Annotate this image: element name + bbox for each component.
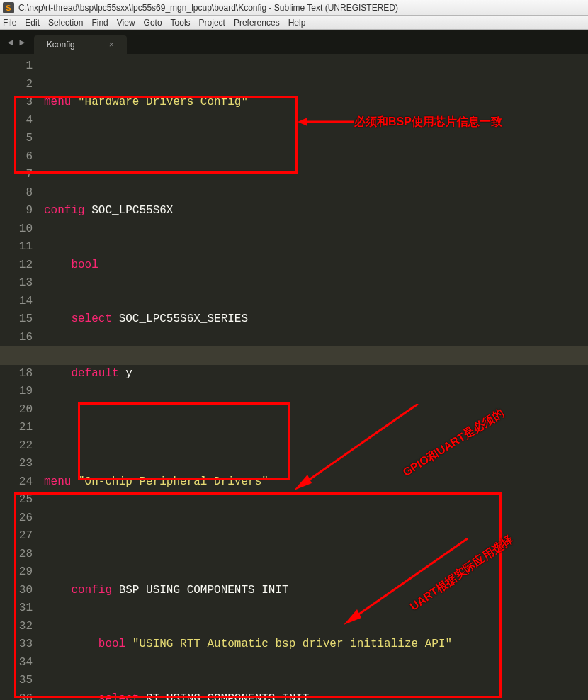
menu-selection[interactable]: Selection xyxy=(48,18,83,28)
line-number: 5 xyxy=(0,130,33,148)
annotation-arrow-2 xyxy=(290,404,425,496)
menu-goto[interactable]: Goto xyxy=(144,18,162,28)
line-number: 18 xyxy=(0,365,33,383)
line-number: 26 xyxy=(0,509,33,528)
code-line: select RT_USING_COMPONENTS_INIT xyxy=(44,690,588,701)
app-icon: S xyxy=(3,2,14,13)
line-number: 25 xyxy=(0,491,33,509)
menu-project[interactable]: Project xyxy=(199,18,225,28)
tab-kconfig[interactable]: Kconfig × xyxy=(34,35,127,54)
close-icon[interactable]: × xyxy=(109,40,114,50)
svg-marker-1 xyxy=(298,118,307,126)
line-number: 33 xyxy=(0,636,33,654)
line-number: 4 xyxy=(0,112,33,130)
tab-label: Kconfig xyxy=(47,40,75,50)
line-number: 15 xyxy=(0,310,33,329)
code-line: menu "Hardware Drivers Config" xyxy=(44,94,588,112)
line-number: 22 xyxy=(0,437,33,456)
nav-back-icon[interactable]: ◄ xyxy=(6,37,15,47)
line-number: 27 xyxy=(0,527,33,546)
code-line: config SOC_LPC55S6X xyxy=(44,202,588,220)
line-number: 10 xyxy=(0,220,33,239)
menubar: File Edit Selection Find View Goto Tools… xyxy=(0,16,588,30)
menu-find[interactable]: Find xyxy=(91,18,108,28)
line-number: 31 xyxy=(0,599,33,618)
menu-file[interactable]: File xyxy=(3,18,16,28)
line-number: 34 xyxy=(0,654,33,672)
line-number: 11 xyxy=(0,238,33,256)
svg-marker-5 xyxy=(344,609,361,625)
editor[interactable]: 1 2 3 4 5 6 7 8 9 10 11 12 13 14 15 16 1… xyxy=(0,54,588,700)
line-number: 9 xyxy=(0,202,33,220)
svg-line-2 xyxy=(301,404,418,485)
line-gutter: 1 2 3 4 5 6 7 8 9 10 11 12 13 14 15 16 1… xyxy=(0,54,44,700)
line-number: 7 xyxy=(0,166,33,184)
menu-tools[interactable]: Tools xyxy=(171,18,191,28)
line-number: 21 xyxy=(0,419,33,437)
svg-marker-3 xyxy=(294,475,312,490)
line-number: 28 xyxy=(0,546,33,564)
line-number: 32 xyxy=(0,618,33,636)
line-number: 8 xyxy=(0,184,33,203)
line-number: 13 xyxy=(0,274,33,293)
code-line: default y xyxy=(44,365,588,383)
line-number: 23 xyxy=(0,455,33,473)
window-title: C:\nxp\rt-thread\bsp\lpc55sxx\lpc55s69_m… xyxy=(18,3,398,13)
menu-preferences[interactable]: Preferences xyxy=(234,18,280,28)
tabbar: ◄ ► Kconfig × xyxy=(0,30,588,54)
line-number: 24 xyxy=(0,473,33,492)
line-number: 2 xyxy=(0,76,33,94)
annotation-arrow-1 xyxy=(298,113,354,135)
menu-help[interactable]: Help xyxy=(288,18,306,28)
code-line: bool xyxy=(44,256,588,275)
line-number: 19 xyxy=(0,383,33,401)
line-number: 35 xyxy=(0,672,33,690)
code-line: select SOC_LPC55S6X_SERIES xyxy=(44,310,588,329)
line-number: 36 xyxy=(0,690,33,701)
line-number: 29 xyxy=(0,563,33,582)
line-number: 12 xyxy=(0,256,33,275)
code-line: bool "USING RTT Automatic bsp driver ini… xyxy=(44,636,588,654)
line-number: 20 xyxy=(0,401,33,419)
menu-view[interactable]: View xyxy=(117,18,135,28)
line-number: 16 xyxy=(0,329,33,347)
line-number: 3 xyxy=(0,94,33,112)
annotation-text-1: 必须和BSP使用芯片信息一致 xyxy=(354,115,502,130)
nav-forward-icon[interactable]: ► xyxy=(18,37,27,47)
line-number: 14 xyxy=(0,293,33,311)
code-line xyxy=(44,148,588,166)
code-area[interactable]: menu "Hardware Drivers Config" config SO… xyxy=(44,54,588,700)
code-line: config BSP_USING_COMPONENTS_INIT xyxy=(44,582,588,600)
window-titlebar: S C:\nxp\rt-thread\bsp\lpc55sxx\lpc55s69… xyxy=(0,0,588,16)
line-number: 6 xyxy=(0,148,33,166)
menu-edit[interactable]: Edit xyxy=(25,18,40,28)
line-number: 30 xyxy=(0,582,33,600)
line-number: 1 xyxy=(0,57,33,76)
